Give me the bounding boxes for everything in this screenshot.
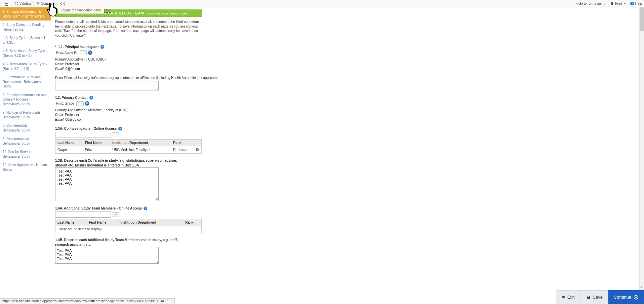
- scales-icon: [36, 2, 40, 6]
- nav-item-2[interactable]: 2. Study Dates and Funding - Human Ethic…: [0, 21, 51, 34]
- contact-clear-button[interactable]: ✕: [85, 101, 89, 106]
- hamburger-icon: [4, 2, 9, 6]
- pi-name: Prinz Apple PI: [55, 50, 78, 55]
- col-rank: Rank: [183, 219, 201, 226]
- nav-item-6[interactable]: 6. Participant Information and Consent P…: [0, 91, 51, 109]
- nav-item-12[interactable]: 12. Save Application - Human Ethics: [0, 161, 51, 174]
- coi-roles-textarea[interactable]: [55, 167, 159, 201]
- field-1-4a-label: 1.4A. Additional Study Team Members - On…: [55, 206, 142, 210]
- scroll-down-arrow[interactable]: ▾: [640, 286, 644, 290]
- field-1-2-label: 1.2. Primary Contact: [55, 96, 88, 100]
- nav-toggle-tooltip: Toggle the navigation pane: [58, 7, 104, 14]
- top-toolbar: Validate Compare ◂ Go to forms menu Prin…: [0, 0, 644, 7]
- required-asterisk: *: [55, 45, 56, 49]
- col-last-name: Last Name: [55, 140, 83, 146]
- close-icon: ✖: [562, 295, 565, 300]
- pi-rank-value: Professor: [65, 62, 79, 66]
- nav-item-8[interactable]: 8. Confidentiality - Behavioural Study: [0, 121, 51, 135]
- pi-email-label: Email:: [55, 67, 65, 71]
- coi-row: Grape Prinz UBC/Medicine, Faculty of Pro…: [55, 146, 201, 153]
- field-1-3a-label: 1.3A. Co-Investigators - Online Access: [55, 127, 117, 130]
- instruction-note: Please note that all required fields are…: [55, 17, 202, 42]
- help-icon[interactable]: ?: [100, 45, 104, 49]
- nav-item-9[interactable]: 9. Documentation - Behavioural Study: [0, 135, 51, 148]
- scrollbar-thumb[interactable]: [640, 7, 644, 31]
- coi-last: Grape: [55, 147, 83, 153]
- col-first-name: First Name: [83, 140, 111, 146]
- status-bar-url: https://test.rise.ubc.ca/rise/app/portal…: [0, 298, 175, 304]
- compare-button[interactable]: Compare: [34, 1, 57, 6]
- nav-toggle-button[interactable]: [57, 1, 68, 6]
- coi-first: Prinz: [83, 147, 111, 153]
- coi-remove-button[interactable]: ✕: [196, 148, 199, 151]
- pi-secondary-textarea[interactable]: [55, 81, 159, 90]
- exit-button[interactable]: ✖ Exit: [556, 290, 580, 304]
- col-last-name: Last Name: [55, 219, 87, 226]
- form-content: Editing: H00-00019-A001 1. PRINCIPAL INV…: [51, 7, 644, 304]
- team-roles-textarea[interactable]: [55, 247, 159, 264]
- team-grid-empty: There are no items to display: [55, 226, 201, 233]
- field-1-1: * 1.1. Principal Investigator ? Prinz Ap…: [55, 45, 644, 91]
- pi-rank-label: Rank:: [55, 62, 64, 66]
- validate-button[interactable]: Validate: [12, 1, 34, 6]
- contact-email-value: 00@00.com: [66, 118, 84, 121]
- menu-toggle[interactable]: [2, 1, 12, 6]
- field-1-1-label: 1.1. Principal Investigator: [58, 45, 99, 49]
- contact-appt-label: Primary Appointment:: [55, 108, 87, 112]
- save-icon: [586, 295, 591, 300]
- col-rank: Rank: [171, 140, 193, 146]
- caret-down-icon: ▼: [623, 2, 626, 5]
- chevron-left-icon: [62, 2, 66, 6]
- coi-inst: UBC/Medicine, Faculty of: [110, 147, 171, 153]
- vertical-scrollbar[interactable]: ▾: [639, 7, 644, 290]
- pi-clear-button[interactable]: ✕: [88, 50, 92, 55]
- help-icon[interactable]: ?: [144, 206, 147, 210]
- col-first-name: First Name: [87, 219, 119, 226]
- contact-appt-value: Medicine, Faculty of (UBC): [88, 108, 128, 112]
- team-lookup-button[interactable]: ···: [112, 212, 119, 217]
- contact-name: Prinz Grape: [55, 101, 75, 106]
- team-lookup-input[interactable]: [55, 212, 111, 218]
- nav-item-4a[interactable]: 4.A. Study Type - (Boxes 4.1 to 4.2C): [0, 34, 51, 47]
- help-icon: ?: [630, 2, 634, 5]
- field-1-3b-label: 1.3B. Describe each Co-I's role in study…: [55, 158, 190, 167]
- refresh-icon: [14, 2, 18, 6]
- go-to-forms-link[interactable]: ◂ Go to forms menu: [576, 2, 605, 5]
- col-institution: Institution/Department: [110, 140, 171, 146]
- nav-item-4c[interactable]: 4.C. Behavioural Study Type - (Boxes 4.7…: [0, 60, 51, 73]
- contact-rank-value: Professor: [65, 113, 79, 117]
- nav-item-1[interactable]: 1. Principal Investigator & Study Team -…: [0, 7, 51, 21]
- contact-lookup-button[interactable]: ···: [76, 101, 84, 106]
- pi-appt-label: Primary Appointment:: [55, 58, 87, 61]
- help-button[interactable]: ? Help: [630, 2, 642, 5]
- team-grid: Last Name First Name Institution/Departm…: [55, 219, 202, 233]
- save-button[interactable]: Save: [580, 290, 608, 304]
- section-subtitle: - HUMAN ETHICS APPLICATION: [146, 12, 187, 15]
- coi-lookup-input[interactable]: [55, 132, 111, 138]
- field-1-3a: 1.3A. Co-Investigators - Online Access ?…: [55, 127, 644, 154]
- help-icon[interactable]: ?: [89, 96, 93, 100]
- caret-left-icon: ◂: [576, 2, 577, 5]
- nav-item-5[interactable]: 5. Summary of Study and Recruitment - Be…: [0, 73, 51, 91]
- help-icon[interactable]: ?: [118, 127, 122, 130]
- field-1-4a: 1.4A. Additional Study Team Members - On…: [55, 206, 644, 233]
- contact-rank-label: Rank:: [55, 113, 64, 117]
- arrow-right-circle-icon: [633, 295, 639, 300]
- field-1-4b-label: 1.4B. Describe each Additional Study Tea…: [55, 238, 190, 247]
- field-1-2: 1.2. Primary Contact ? Prinz Grape ··· ✕…: [55, 96, 644, 122]
- coi-lookup-button[interactable]: ···: [112, 132, 119, 137]
- continue-button[interactable]: Continue: [608, 290, 644, 304]
- nav-item-10[interactable]: 10. Fee for Service - Behavioural Study: [0, 148, 51, 161]
- print-icon: [610, 2, 614, 6]
- pi-lookup-button[interactable]: ···: [80, 50, 87, 55]
- contact-email-label: Email:: [55, 118, 65, 121]
- field-1-3b: 1.3B. Describe each Co-I's role in study…: [55, 158, 644, 202]
- field-1-4b: 1.4B. Describe each Additional Study Tea…: [55, 238, 644, 264]
- print-button[interactable]: Print ▼: [610, 2, 626, 6]
- pi-secondary-label: Enter Principal Investigator's secondary…: [55, 76, 644, 80]
- nav-item-7[interactable]: 7. Number of Participants - Behavioural …: [0, 108, 51, 121]
- nav-item-4b[interactable]: 4.B. Behavioural Study Type - (Boxes 4.2…: [0, 47, 51, 60]
- pi-email-value: 0@0.com: [66, 67, 80, 71]
- nav-sidebar: 1. Principal Investigator & Study Team -…: [0, 7, 51, 304]
- pi-appt-value: UBC (UBC): [88, 58, 106, 61]
